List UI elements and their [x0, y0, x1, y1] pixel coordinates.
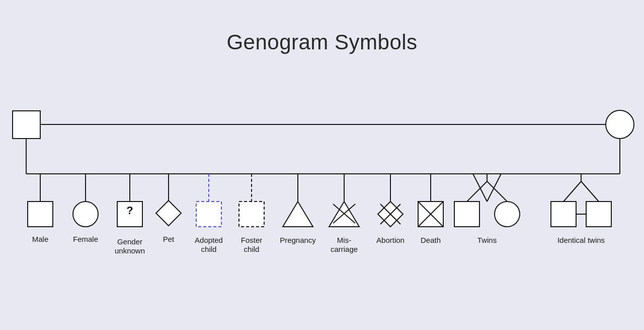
- foster-child-label: Foster: [241, 236, 263, 244]
- twin-female-symbol: [495, 202, 520, 227]
- foster-child-symbol: [239, 202, 264, 227]
- twin-male-symbol: [454, 202, 479, 227]
- svg-line-23: [581, 181, 599, 202]
- question-mark: ?: [126, 204, 133, 217]
- miscarriage-label: Mis-: [337, 236, 351, 244]
- female-symbol: [73, 202, 98, 227]
- svg-line-16: [473, 174, 487, 202]
- foster-child-label2: child: [244, 245, 260, 253]
- top-female-circle: [606, 110, 634, 139]
- svg-line-19: [467, 181, 487, 202]
- top-male-square: [13, 111, 40, 139]
- twins-label: Twins: [477, 236, 497, 244]
- adopted-child-label2: child: [201, 245, 217, 253]
- pregnancy-symbol: [283, 202, 313, 227]
- gender-unknown-label: Gender: [117, 237, 142, 246]
- miscarriage-label2: carriage: [331, 245, 358, 253]
- female-label: Female: [73, 235, 98, 243]
- gender-unknown-label2: unknown: [115, 246, 145, 255]
- page-title: Genogram Symbols: [0, 0, 644, 54]
- adopted-child-label: Adopted: [195, 236, 223, 244]
- svg-line-22: [564, 181, 581, 202]
- male-label: Male: [32, 235, 49, 243]
- pet-label: Pet: [163, 235, 175, 243]
- pet-symbol: [156, 201, 181, 226]
- male-symbol: [28, 202, 53, 227]
- diagram-svg: .sym { fill: white; stroke: #1a1a1a; str…: [0, 96, 644, 307]
- svg-line-17: [487, 174, 501, 202]
- identical-twins-label: Identical twins: [557, 236, 605, 244]
- adopted-child-symbol: [196, 202, 221, 227]
- identical-twin1-symbol: [551, 202, 576, 227]
- svg-line-20: [487, 181, 507, 202]
- abortion-label: Abortion: [376, 236, 405, 244]
- pregnancy-label: Pregnancy: [280, 236, 316, 244]
- page: Genogram Symbols .sym { fill: white; str…: [0, 0, 644, 330]
- identical-twin2-symbol: [586, 202, 611, 227]
- death-label: Death: [421, 236, 441, 244]
